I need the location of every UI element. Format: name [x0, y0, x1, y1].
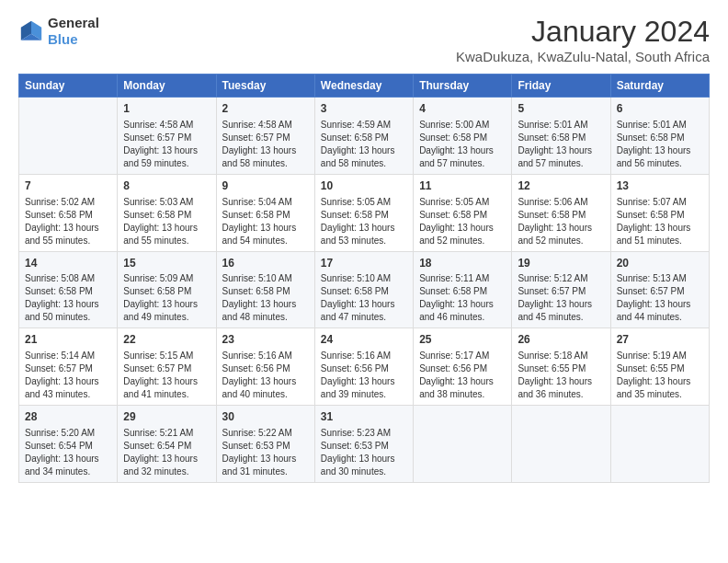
day-number: 22 — [123, 332, 210, 348]
day-number: 8 — [123, 178, 210, 194]
calendar-cell: 13Sunrise: 5:07 AM Sunset: 6:58 PM Dayli… — [610, 174, 709, 251]
calendar-cell: 24Sunrise: 5:16 AM Sunset: 6:56 PM Dayli… — [314, 328, 413, 406]
day-info: Sunrise: 5:10 AM Sunset: 6:58 PM Dayligh… — [321, 272, 407, 324]
day-info: Sunrise: 5:21 AM Sunset: 6:54 PM Dayligh… — [123, 427, 210, 478]
day-info: Sunrise: 5:03 AM Sunset: 6:58 PM Dayligh… — [123, 196, 210, 247]
calendar-cell — [610, 406, 709, 483]
week-row-2: 14Sunrise: 5:08 AM Sunset: 6:58 PM Dayli… — [19, 251, 710, 328]
day-number: 15 — [123, 256, 210, 271]
calendar-cell: 2Sunrise: 4:58 AM Sunset: 6:57 PM Daylig… — [216, 98, 314, 175]
day-info: Sunrise: 4:58 AM Sunset: 6:57 PM Dayligh… — [222, 119, 309, 170]
day-number: 7 — [25, 178, 111, 194]
week-row-1: 7Sunrise: 5:02 AM Sunset: 6:58 PM Daylig… — [19, 174, 710, 251]
calendar-cell: 22Sunrise: 5:15 AM Sunset: 6:57 PM Dayli… — [118, 328, 216, 406]
header-tuesday: Tuesday — [216, 75, 314, 98]
week-row-3: 21Sunrise: 5:14 AM Sunset: 6:57 PM Dayli… — [19, 328, 710, 406]
calendar-cell: 17Sunrise: 5:10 AM Sunset: 6:58 PM Dayli… — [314, 251, 413, 328]
calendar-cell: 26Sunrise: 5:18 AM Sunset: 6:55 PM Dayli… — [512, 328, 610, 406]
day-number: 31 — [321, 409, 407, 425]
day-number: 9 — [222, 178, 309, 194]
day-number: 4 — [419, 101, 506, 117]
page: General Blue January 2024 KwaDukuza, Kwa… — [0, 0, 728, 492]
day-number: 10 — [321, 178, 407, 194]
calendar-cell: 27Sunrise: 5:19 AM Sunset: 6:55 PM Dayli… — [610, 328, 709, 406]
calendar-cell: 14Sunrise: 5:08 AM Sunset: 6:58 PM Dayli… — [19, 251, 118, 328]
calendar-cell — [19, 98, 118, 175]
header-thursday: Thursday — [414, 75, 512, 98]
calendar-cell: 25Sunrise: 5:17 AM Sunset: 6:56 PM Dayli… — [414, 328, 512, 406]
calendar-cell: 18Sunrise: 5:11 AM Sunset: 6:58 PM Dayli… — [414, 251, 512, 328]
calendar-cell: 28Sunrise: 5:20 AM Sunset: 6:54 PM Dayli… — [19, 406, 118, 483]
day-info: Sunrise: 5:14 AM Sunset: 6:57 PM Dayligh… — [25, 350, 111, 401]
header-sunday: Sunday — [19, 75, 118, 98]
day-number: 20 — [617, 256, 703, 271]
day-number: 5 — [518, 101, 604, 117]
day-info: Sunrise: 5:00 AM Sunset: 6:58 PM Dayligh… — [419, 119, 506, 170]
day-number: 16 — [222, 256, 309, 271]
logo-text: General Blue — [48, 15, 99, 48]
calendar-cell: 29Sunrise: 5:21 AM Sunset: 6:54 PM Dayli… — [118, 406, 216, 483]
day-info: Sunrise: 5:06 AM Sunset: 6:58 PM Dayligh… — [518, 196, 604, 247]
header-saturday: Saturday — [610, 75, 709, 98]
day-number: 17 — [321, 256, 407, 271]
calendar-cell: 19Sunrise: 5:12 AM Sunset: 6:57 PM Dayli… — [512, 251, 610, 328]
logo-icon — [18, 18, 44, 44]
calendar-cell: 20Sunrise: 5:13 AM Sunset: 6:57 PM Dayli… — [610, 251, 709, 328]
day-info: Sunrise: 5:05 AM Sunset: 6:58 PM Dayligh… — [321, 196, 407, 247]
calendar-cell: 10Sunrise: 5:05 AM Sunset: 6:58 PM Dayli… — [314, 174, 413, 251]
calendar-cell — [512, 406, 610, 483]
day-number: 6 — [617, 101, 703, 117]
day-info: Sunrise: 5:16 AM Sunset: 6:56 PM Dayligh… — [321, 350, 407, 401]
day-number: 3 — [321, 101, 407, 117]
day-info: Sunrise: 5:04 AM Sunset: 6:58 PM Dayligh… — [222, 196, 309, 247]
day-number: 25 — [419, 332, 506, 348]
calendar-header: SundayMondayTuesdayWednesdayThursdayFrid… — [19, 75, 710, 98]
calendar-cell: 11Sunrise: 5:05 AM Sunset: 6:58 PM Dayli… — [414, 174, 512, 251]
calendar-cell: 30Sunrise: 5:22 AM Sunset: 6:53 PM Dayli… — [216, 406, 314, 483]
day-info: Sunrise: 5:07 AM Sunset: 6:58 PM Dayligh… — [617, 196, 703, 247]
day-info: Sunrise: 4:59 AM Sunset: 6:58 PM Dayligh… — [321, 119, 407, 170]
day-info: Sunrise: 5:22 AM Sunset: 6:53 PM Dayligh… — [222, 427, 309, 478]
week-row-4: 28Sunrise: 5:20 AM Sunset: 6:54 PM Dayli… — [19, 406, 710, 483]
day-info: Sunrise: 5:11 AM Sunset: 6:58 PM Dayligh… — [419, 272, 506, 324]
calendar-cell: 16Sunrise: 5:10 AM Sunset: 6:58 PM Dayli… — [216, 251, 314, 328]
day-info: Sunrise: 5:08 AM Sunset: 6:58 PM Dayligh… — [25, 272, 111, 324]
day-number: 2 — [222, 101, 309, 117]
day-info: Sunrise: 5:01 AM Sunset: 6:58 PM Dayligh… — [518, 119, 604, 170]
calendar-cell: 5Sunrise: 5:01 AM Sunset: 6:58 PM Daylig… — [512, 98, 610, 175]
day-number: 12 — [518, 178, 604, 194]
day-number: 19 — [518, 256, 604, 271]
day-info: Sunrise: 5:23 AM Sunset: 6:53 PM Dayligh… — [321, 427, 407, 478]
calendar-cell: 12Sunrise: 5:06 AM Sunset: 6:58 PM Dayli… — [512, 174, 610, 251]
header: General Blue January 2024 KwaDukuza, Kwa… — [18, 15, 710, 64]
subtitle: KwaDukuza, KwaZulu-Natal, South Africa — [456, 49, 710, 64]
day-number: 30 — [222, 409, 309, 425]
calendar-cell: 23Sunrise: 5:16 AM Sunset: 6:56 PM Dayli… — [216, 328, 314, 406]
header-friday: Friday — [512, 75, 610, 98]
day-number: 28 — [25, 409, 111, 425]
calendar-cell: 1Sunrise: 4:58 AM Sunset: 6:57 PM Daylig… — [118, 98, 216, 175]
calendar-body: 1Sunrise: 4:58 AM Sunset: 6:57 PM Daylig… — [19, 98, 710, 483]
day-info: Sunrise: 5:17 AM Sunset: 6:56 PM Dayligh… — [419, 350, 506, 401]
calendar-cell: 9Sunrise: 5:04 AM Sunset: 6:58 PM Daylig… — [216, 174, 314, 251]
day-number: 23 — [222, 332, 309, 348]
day-number: 1 — [123, 101, 210, 117]
calendar-cell: 21Sunrise: 5:14 AM Sunset: 6:57 PM Dayli… — [19, 328, 118, 406]
day-number: 29 — [123, 409, 210, 425]
logo: General Blue — [18, 15, 99, 48]
day-number: 24 — [321, 332, 407, 348]
day-number: 27 — [617, 332, 703, 348]
calendar-cell: 15Sunrise: 5:09 AM Sunset: 6:58 PM Dayli… — [118, 251, 216, 328]
calendar-cell: 31Sunrise: 5:23 AM Sunset: 6:53 PM Dayli… — [314, 406, 413, 483]
calendar-cell — [414, 406, 512, 483]
day-info: Sunrise: 5:05 AM Sunset: 6:58 PM Dayligh… — [419, 196, 506, 247]
calendar-cell: 7Sunrise: 5:02 AM Sunset: 6:58 PM Daylig… — [19, 174, 118, 251]
day-number: 11 — [419, 178, 506, 194]
day-info: Sunrise: 5:01 AM Sunset: 6:58 PM Dayligh… — [617, 119, 703, 170]
calendar-cell: 4Sunrise: 5:00 AM Sunset: 6:58 PM Daylig… — [414, 98, 512, 175]
day-number: 26 — [518, 332, 604, 348]
day-info: Sunrise: 5:19 AM Sunset: 6:55 PM Dayligh… — [617, 350, 703, 401]
header-monday: Monday — [118, 75, 216, 98]
day-number: 13 — [617, 178, 703, 194]
day-info: Sunrise: 5:13 AM Sunset: 6:57 PM Dayligh… — [617, 272, 703, 324]
